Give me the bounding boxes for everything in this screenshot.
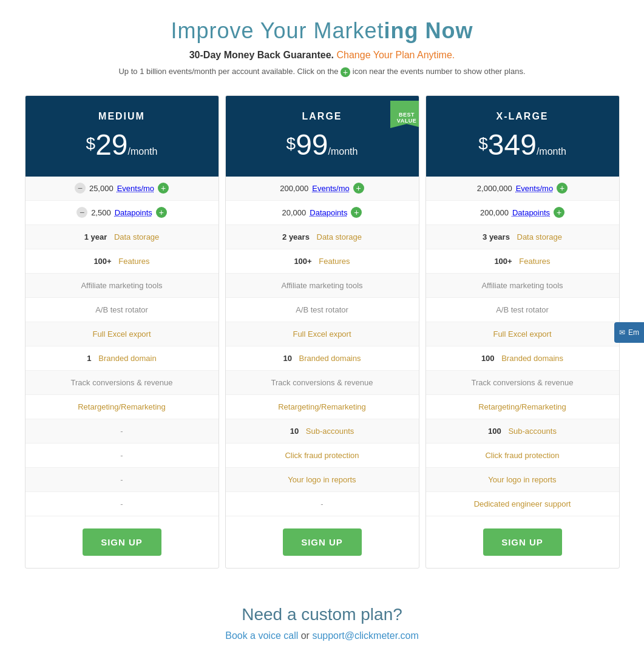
- large-events-plus[interactable]: +: [353, 183, 364, 194]
- xlarge-datapoints-link[interactable]: Datapoints: [512, 208, 550, 217]
- xlarge-dedicated-link[interactable]: Dedicated engineer support: [474, 499, 571, 508]
- large-subaccounts-link[interactable]: Sub-accounts: [306, 427, 354, 436]
- xlarge-features: 100+ Features: [426, 249, 619, 274]
- xlarge-datapoints-row: 200,000 Datapoints +: [426, 201, 619, 225]
- medium-dedicated: -: [25, 492, 219, 516]
- xlarge-branded-link[interactable]: Branded domains: [501, 354, 563, 363]
- info-text: Up to 1 billion events/month per account…: [12, 67, 632, 77]
- medium-events-plus[interactable]: +: [158, 183, 169, 194]
- large-branded: 10 Branded domains: [226, 346, 419, 371]
- custom-plan-text: Book a voice call or support@clickmeter.…: [24, 630, 620, 641]
- plan-large-header: LARGE $99/month: [226, 96, 419, 177]
- xlarge-branded: 100 Branded domains: [426, 346, 619, 371]
- medium-retargeting: Retargeting/Remarketing: [25, 395, 219, 419]
- xlarge-datapoints-plus[interactable]: +: [554, 207, 564, 218]
- xlarge-affiliate: Affiliate marketing tools: [426, 274, 619, 298]
- custom-plan-heading: Need a custom plan?: [24, 605, 620, 624]
- large-datapoints-link[interactable]: Datapoints: [310, 208, 347, 217]
- medium-track: Track conversions & revenue: [25, 371, 219, 395]
- plan-xlarge: X-LARGE $349/month 2,000,000 Events/mo +…: [425, 95, 620, 569]
- large-logo: Your logo in reports: [226, 468, 419, 492]
- plan-medium-features: − 25,000 Events/mo + − 2,500 Datapoints …: [25, 177, 219, 516]
- large-track: Track conversions & revenue: [226, 371, 419, 395]
- medium-events-row: − 25,000 Events/mo +: [25, 177, 219, 201]
- large-affiliate: Affiliate marketing tools: [226, 274, 419, 298]
- large-subaccounts: 10 Sub-accounts: [226, 419, 419, 444]
- xlarge-subaccounts-link[interactable]: Sub-accounts: [508, 427, 557, 436]
- large-datapoints-plus[interactable]: +: [351, 207, 362, 218]
- xlarge-excel-link[interactable]: Full Excel export: [493, 329, 551, 339]
- email-widget[interactable]: ✉ Em: [614, 322, 644, 343]
- medium-excel: Full Excel export: [25, 322, 219, 346]
- medium-features: 100+ Features: [25, 249, 219, 274]
- plan-xlarge-header: X-LARGE $349/month: [426, 96, 619, 177]
- large-features: 100+ Features: [226, 249, 419, 274]
- medium-events-minus[interactable]: −: [75, 183, 86, 194]
- xlarge-retargeting-link[interactable]: Retargeting/Remarketing: [478, 402, 566, 411]
- large-events-row: 200,000 Events/mo +: [226, 177, 419, 201]
- large-signup-button[interactable]: SIGN UP: [283, 528, 362, 556]
- medium-signup-button[interactable]: SIGN UP: [83, 528, 161, 556]
- medium-storage-link[interactable]: Data storage: [114, 232, 159, 241]
- xlarge-signup-button[interactable]: SIGN UP: [483, 528, 562, 556]
- medium-branded: 1 Branded domain: [25, 346, 219, 371]
- medium-datapoints-plus[interactable]: +: [156, 207, 167, 218]
- plan-large: BESTVALUE LARGE $99/month 200,000 Events…: [225, 95, 419, 569]
- email-icon: ✉: [619, 328, 625, 337]
- large-logo-link[interactable]: Your logo in reports: [288, 475, 356, 484]
- xlarge-logo-link[interactable]: Your logo in reports: [488, 475, 556, 484]
- plan-medium: MEDIUM $29/month − 25,000 Events/mo + − …: [25, 95, 219, 569]
- xlarge-events-row: 2,000,000 Events/mo +: [426, 177, 619, 201]
- large-retargeting: Retargeting/Remarketing: [226, 395, 419, 419]
- medium-storage: 1 year Data storage: [25, 225, 219, 249]
- medium-clickfraud: -: [25, 444, 219, 468]
- medium-features-link[interactable]: Features: [118, 257, 149, 266]
- plan-medium-name: MEDIUM: [38, 111, 206, 122]
- medium-retargeting-link[interactable]: Retargeting/Remarketing: [78, 402, 166, 411]
- plan-large-price: $99/month: [238, 128, 407, 161]
- medium-ab-test: A/B test rotator: [25, 298, 219, 322]
- medium-datapoints-link[interactable]: Datapoints: [115, 208, 152, 217]
- large-dedicated: -: [226, 492, 419, 516]
- xlarge-retargeting: Retargeting/Remarketing: [426, 395, 619, 419]
- medium-logo: -: [25, 468, 219, 492]
- plan-medium-header: MEDIUM $29/month: [25, 96, 219, 177]
- large-features-link[interactable]: Features: [319, 257, 350, 266]
- xlarge-logo: Your logo in reports: [426, 468, 619, 492]
- large-clickfraud: Click fraud protection: [226, 444, 419, 468]
- large-excel-link[interactable]: Full Excel export: [293, 329, 351, 339]
- support-email-link[interactable]: support@clickmeter.com: [312, 630, 418, 641]
- large-ab-test: A/B test rotator: [226, 298, 419, 322]
- page-wrapper: Improve Your Marketing Now 30-Day Money …: [0, 0, 644, 665]
- large-retargeting-link[interactable]: Retargeting/Remarketing: [278, 402, 366, 411]
- xlarge-storage-link[interactable]: Data storage: [517, 232, 562, 241]
- plan-xlarge-name: X-LARGE: [438, 111, 607, 122]
- large-clickfraud-link[interactable]: Click fraud protection: [285, 451, 359, 460]
- xlarge-features-link[interactable]: Features: [519, 257, 550, 266]
- large-events-link[interactable]: Events/mo: [312, 184, 349, 193]
- medium-excel-link[interactable]: Full Excel export: [92, 329, 151, 339]
- medium-datapoints-row: − 2,500 Datapoints +: [25, 201, 219, 225]
- xlarge-dedicated: Dedicated engineer support: [426, 492, 619, 516]
- xlarge-clickfraud: Click fraud protection: [426, 444, 619, 468]
- xlarge-subaccounts: 100 Sub-accounts: [426, 419, 619, 444]
- medium-branded-link[interactable]: Branded domain: [98, 354, 156, 363]
- xlarge-events-link[interactable]: Events/mo: [516, 184, 553, 193]
- best-value-badge: BESTVALUE: [390, 101, 419, 129]
- change-plan-link[interactable]: Change Your Plan Anytime.: [336, 50, 455, 60]
- plus-icon: +: [341, 67, 350, 77]
- medium-datapoints-minus[interactable]: −: [76, 207, 87, 218]
- plan-xlarge-features: 2,000,000 Events/mo + 200,000 Datapoints…: [426, 177, 619, 516]
- medium-events-link[interactable]: Events/mo: [117, 184, 154, 193]
- xlarge-events-plus[interactable]: +: [557, 183, 568, 194]
- subtitle: 30-Day Money Back Guarantee. Change Your…: [12, 50, 632, 61]
- page-title: Improve Your Marketing Now: [12, 18, 632, 44]
- large-branded-link[interactable]: Branded domains: [299, 354, 361, 363]
- voice-call-link[interactable]: Book a voice call: [225, 630, 298, 641]
- custom-plan-section: Need a custom plan? Book a voice call or…: [12, 593, 632, 653]
- plans-container: MEDIUM $29/month − 25,000 Events/mo + − …: [12, 95, 632, 569]
- xlarge-clickfraud-link[interactable]: Click fraud protection: [485, 451, 559, 460]
- medium-subaccounts: -: [25, 419, 219, 444]
- large-storage-link[interactable]: Data storage: [317, 232, 362, 241]
- xlarge-excel: Full Excel export: [426, 322, 619, 346]
